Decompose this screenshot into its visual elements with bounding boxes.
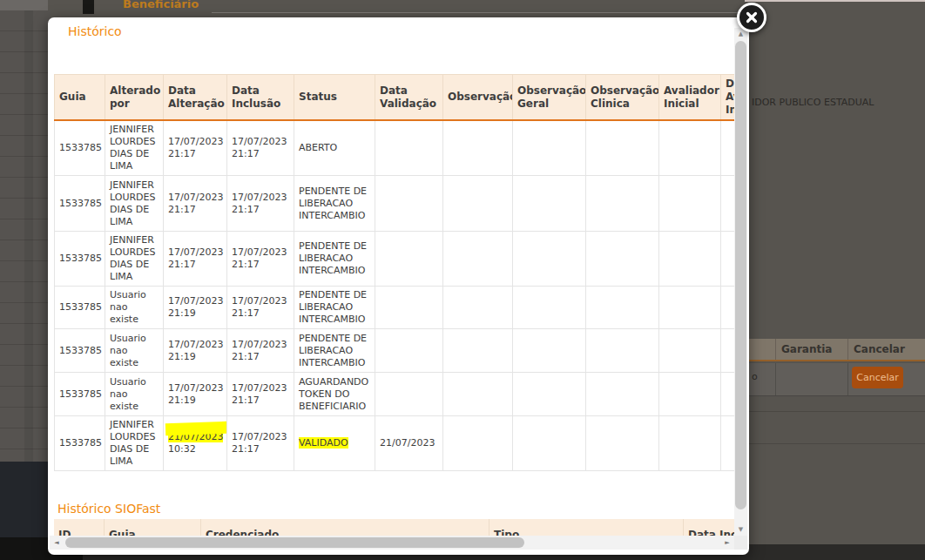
cell-data_inclusao: 17/07/2023 21:17 [227, 176, 294, 232]
cell-observacao_clinica [586, 373, 659, 416]
cell-observacao_geral [513, 120, 586, 176]
cell-data_alteracao: 21/07/2023 10:32 [164, 416, 227, 471]
cell-data_alteracao: 17/07/2023 21:17 [164, 176, 227, 232]
cell-data_validacao [375, 232, 443, 287]
cell-data_inclusao: 17/07/2023 21:17 [227, 329, 294, 373]
servidor-publico-text: IDOR PUBLICO ESTADUAL [752, 97, 874, 108]
cancelar-column-header: Cancelar [854, 343, 905, 355]
table-row: 1533785JENNIFER LOURDES DIAS DE LIMA21/0… [55, 416, 735, 471]
vertical-scrollbar[interactable]: ▲ ▼ [734, 28, 747, 536]
cell-data_inclusao: 17/07/2023 21:17 [227, 287, 294, 329]
beneficiario-fieldset-line [212, 12, 743, 13]
scroll-left-icon[interactable]: ◄ [51, 536, 63, 550]
table-row: 1533785Usuario nao existe17/07/2023 21:1… [55, 329, 735, 373]
cell-alterado_por: JENNIFER LOURDES DIAS DE LIMA [105, 416, 164, 471]
siofast-column-label: ID [58, 529, 71, 536]
cell-data_validacao [375, 176, 443, 232]
cell-observacao_clinica [586, 329, 659, 373]
column-header-data_alteracao: Data Alteração [164, 75, 227, 121]
close-button[interactable] [737, 3, 766, 32]
column-header-observacao: Observação [443, 75, 513, 121]
cell-observacao_geral [513, 176, 586, 232]
background-column-divider [24, 10, 33, 462]
column-header-data_validacao: Data Validação [375, 75, 443, 121]
table-row: 1533785JENNIFER LOURDES DIAS DE LIMA17/0… [55, 176, 735, 232]
modal-title: Histórico [68, 24, 122, 38]
cell-observacao_clinica [586, 120, 659, 176]
siofast-column-header: Guia [105, 519, 201, 536]
scrollbar-corner [734, 536, 747, 550]
cell-data_validacao: 21/07/2023 [375, 416, 443, 471]
siofast-column-header: Credenciado [201, 519, 490, 536]
horizontal-scrollbar-thumb[interactable] [65, 537, 524, 548]
cell-data_inclusao: 17/07/2023 21:17 [227, 120, 294, 176]
cell-observacao_geral [513, 373, 586, 416]
cell-observacao_clinica [586, 232, 659, 287]
cell-status: PENDENTE DE LIBERACAO INTERCAMBIO [294, 176, 375, 232]
cell-data_inclusao: 17/07/2023 21:17 [227, 416, 294, 471]
cell-data_avaliacao_inicial [721, 120, 735, 176]
scroll-right-icon[interactable]: ► [721, 536, 733, 550]
cell-data_avaliacao_inicial [721, 176, 735, 232]
cell-status: AGUARDANDO TOKEN DO BENEFICIARIO [294, 373, 375, 416]
header-row: GuiaAlterado porData AlteraçãoData Inclu… [55, 75, 735, 121]
cell-data_validacao [375, 373, 443, 416]
table-row: 1533785Usuario nao existe17/07/2023 21:1… [55, 287, 735, 329]
cell-guia: 1533785 [55, 176, 105, 232]
cell-observacao [443, 416, 513, 471]
cell-observacao [443, 232, 513, 287]
history-table: GuiaAlterado porData AlteraçãoData Inclu… [54, 74, 734, 471]
column-header-avaliador_inicial: Avaliador Inicial [659, 75, 721, 121]
cell-guia: 1533785 [55, 373, 105, 416]
horizontal-scrollbar[interactable]: ◄ ► [50, 536, 734, 550]
cell-observacao [443, 287, 513, 329]
cell-alterado_por: JENNIFER LOURDES DIAS DE LIMA [105, 176, 164, 232]
vertical-scrollbar-thumb[interactable] [735, 41, 746, 509]
background-grid-row: o Cancelar [749, 363, 925, 396]
cell-avaliador_inicial [659, 373, 721, 416]
siofast-column-label: Tipo [494, 529, 519, 536]
cell-observacao_geral [513, 329, 586, 373]
cell-avaliador_inicial [659, 176, 721, 232]
cell-guia: 1533785 [55, 287, 105, 329]
cell-observacao_geral [513, 232, 586, 287]
cell-observacao [443, 120, 513, 176]
partial-text: o [752, 371, 758, 382]
close-icon [745, 10, 759, 24]
table-row: 1533785JENNIFER LOURDES DIAS DE LIMA17/0… [55, 232, 735, 287]
background-grid-header: Garantia Cancelar [749, 339, 925, 361]
cell-avaliador_inicial [659, 120, 721, 176]
cell-observacao [443, 176, 513, 232]
cell-observacao [443, 373, 513, 416]
cell-guia: 1533785 [55, 416, 105, 471]
scroll-down-icon[interactable]: ▼ [734, 523, 747, 536]
cell-data_avaliacao_inicial [721, 373, 735, 416]
cell-alterado_por: Usuario nao existe [105, 373, 164, 416]
cell-observacao_clinica [586, 176, 659, 232]
marker-highlight [165, 422, 227, 436]
cell-data_inclusao: 17/07/2023 21:17 [227, 232, 294, 287]
siofast-column-label: Data Inclusão [688, 529, 734, 536]
background-row-line [749, 411, 925, 412]
column-header-guia: Guia [55, 75, 105, 121]
column-header-observacao_clinica: Observação Clinica [586, 75, 659, 121]
cell-data_alteracao: 17/07/2023 21:17 [164, 120, 227, 176]
cell-data_validacao [375, 120, 443, 176]
siofast-column-label: Guia [109, 529, 136, 536]
cell-guia: 1533785 [55, 232, 105, 287]
column-header-data_avaliacao_inicial: Data Avaliação Inicial [721, 75, 735, 121]
background-top-edge-line [745, 0, 925, 2]
grid-header-divider [847, 339, 848, 360]
grid-row-divider [775, 363, 776, 395]
cell-data_avaliacao_inicial [721, 329, 735, 373]
historico-modal: Histórico GuiaAlterado porData Alteração… [48, 17, 749, 555]
cell-data_validacao [375, 287, 443, 329]
siofast-column-label: Credenciado [206, 529, 279, 536]
siofast-table-header: IDGuiaCredenciadoTipoData Inclusão [54, 519, 734, 536]
siofast-column-header: Data Inclusão [684, 519, 734, 536]
cell-avaliador_inicial [659, 329, 721, 373]
cell-guia: 1533785 [55, 120, 105, 176]
column-header-alterado_por: Alterado por [105, 75, 164, 121]
cell-avaliador_inicial [659, 232, 721, 287]
cell-data_alteracao: 17/07/2023 21:19 [164, 329, 227, 373]
